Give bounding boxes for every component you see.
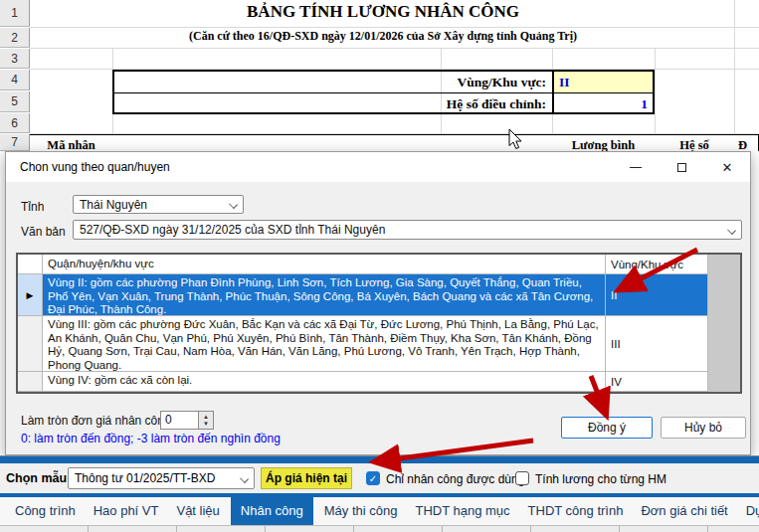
chevron-down-icon: [240, 474, 249, 483]
coef-value-cell[interactable]: 1: [552, 93, 653, 114]
tab-hao-phi-vt[interactable]: Hao phí VT: [87, 497, 166, 525]
province-select[interactable]: Thái Nguyên: [73, 195, 244, 214]
document-select[interactable]: 527/QĐ-SXD ngày 31/12/2025 của SXD tỉnh …: [73, 220, 742, 240]
header-cell-he-so[interactable]: Hệ số: [655, 134, 735, 151]
row-header-3[interactable]: 3: [0, 49, 30, 69]
header-cell-blank[interactable]: [112, 134, 442, 151]
header-cell-ma-nhan[interactable]: Mã nhân: [30, 134, 113, 151]
tab-cong-trinh[interactable]: Công trình: [8, 497, 83, 525]
table-row-vung-3[interactable]: Vùng III: gồm các phường Đức Xuân, Bắc K…: [18, 316, 740, 372]
province-label: Tỉnh: [21, 200, 44, 214]
gridline: [30, 27, 759, 28]
row-header-1[interactable]: 1: [0, 0, 30, 27]
apply-current-price-button[interactable]: Áp giá hiện tại: [261, 467, 352, 489]
row-header-5[interactable]: 5: [0, 91, 30, 112]
chevron-down-icon: [229, 200, 238, 209]
selector-header-cell: [18, 255, 43, 274]
labor-only-checkbox[interactable]: ✓: [366, 471, 380, 485]
close-icon: ✕: [722, 160, 733, 175]
ok-button[interactable]: Đồng ý: [561, 417, 653, 439]
minimize-button[interactable]: —: [613, 152, 659, 182]
row-header-6[interactable]: 6: [0, 113, 30, 133]
district-table: Quận/huyện/khu vực Vùng/Khu vực ▶ Vùng I…: [16, 253, 742, 394]
sheet-tabbar: Công trình Hao phí VT Vật liệu Nhân công…: [0, 497, 759, 525]
template-label: Chọn mẫu: [6, 471, 67, 485]
rounding-value: 0: [165, 413, 172, 427]
district-cell: Vùng II: gồm các phường Phan Đình Phùng,…: [43, 274, 606, 316]
tab-may-thi-cong[interactable]: Máy thi công: [317, 497, 405, 525]
document-label: Văn bản: [21, 225, 66, 239]
minimize-icon: —: [630, 160, 642, 174]
dialog-titlebar[interactable]: Chon vung theo quan/huyen — ✕: [6, 152, 750, 182]
tab-nhan-cong[interactable]: Nhân công: [231, 497, 313, 525]
region-cell: III: [606, 316, 708, 372]
maximize-button[interactable]: [659, 152, 704, 182]
sheet-edge-strip: [0, 525, 759, 532]
region-label-cell: Vùng/Khu vực:: [114, 72, 552, 92]
region-cell: II: [606, 274, 708, 316]
district-cell: Vùng III: gồm các phường Đức Xuân, Bắc K…: [43, 316, 606, 372]
col-region-header[interactable]: Vùng/Khu vực: [606, 255, 708, 274]
district-cell: Vùng IV: gồm các xã còn lại.: [43, 372, 606, 392]
per-item-label: Tính lương cho từng HM: [535, 472, 666, 486]
tab-du-thau[interactable]: Dự thầu: [739, 497, 759, 525]
check-icon: ✓: [369, 473, 377, 484]
gridline: [30, 48, 759, 49]
bottom-toolbar: Chọn mẫu Thông tư 01/2025/TT-BXD Áp giá …: [0, 463, 759, 493]
template-value: Thông tư 01/2025/TT-BXD: [75, 471, 215, 485]
district-table-header: Quận/huyện/khu vực Vùng/Khu vực: [18, 255, 740, 274]
tab-thdt-cong-trinh[interactable]: THDT công trình: [521, 497, 631, 525]
gridline: [655, 48, 656, 133]
document-value: 527/QĐ-SXD ngày 31/12/2025 của SXD tỉnh …: [80, 223, 385, 237]
template-select[interactable]: Thông tư 01/2025/TT-BXD: [68, 467, 255, 489]
rounding-label: Làm tròn đơn giá nhân công: [21, 414, 171, 428]
header-cell-blank2[interactable]: [441, 134, 553, 151]
region-cell: IV: [606, 372, 708, 392]
spinner-down-icon[interactable]: ▼: [203, 421, 209, 428]
chevron-down-icon: [727, 226, 736, 235]
region-value-cell[interactable]: II: [552, 72, 653, 92]
dialog-title: Chon vung theo quan/huyen: [20, 160, 170, 174]
tab-thdt-hang-muc[interactable]: THDT hạng mục: [408, 497, 516, 525]
table-header-row: Mã nhân Lương bình Hệ số Đ: [0, 134, 759, 151]
tab-don-gia-chi-tiet[interactable]: Đơn giá chi tiết: [634, 497, 734, 525]
labor-only-label: Chỉ nhân công được dùng: [386, 472, 524, 486]
col-district-header[interactable]: Quận/huyện/khu vực: [43, 255, 606, 274]
region-settings-box: Vùng/Khu vực: II Hệ số điều chỉnh: 1: [112, 70, 655, 114]
header-cell-luong-binh[interactable]: Lương bình: [552, 134, 656, 151]
table-row-vung-2[interactable]: ▶ Vùng II: gồm các phường Phan Đình Phùn…: [18, 274, 740, 316]
province-value: Thái Nguyên: [80, 198, 147, 212]
per-item-checkbox[interactable]: [515, 471, 529, 485]
window-divider: [0, 455, 759, 463]
close-button[interactable]: ✕: [704, 152, 750, 182]
sheet-title: BẢNG TÍNH LƯƠNG NHÂN CÔNG: [30, 2, 736, 26]
row-header-4[interactable]: 4: [0, 70, 30, 90]
header-cell-don-gia[interactable]: Đ: [734, 134, 759, 151]
coef-label-cell: Hệ số điều chỉnh:: [114, 93, 552, 114]
row-header-2[interactable]: 2: [0, 28, 30, 48]
tab-vat-lieu[interactable]: Vật liệu: [169, 497, 226, 525]
rounding-stepper[interactable]: 0 ▲ ▼: [160, 411, 214, 430]
row-selector-icon: ▶: [27, 290, 34, 300]
table-row-vung-4[interactable]: Vùng IV: gồm các xã còn lại. IV: [18, 372, 740, 392]
cancel-button[interactable]: Hủy bỏ: [661, 417, 746, 439]
region-picker-dialog: Chon vung theo quan/huyen — ✕ Tỉnh Thái …: [5, 151, 751, 455]
rounding-hint: 0: làm tròn đến đồng; -3 làm tròn đến ng…: [21, 432, 281, 445]
spinner-up-icon[interactable]: ▲: [203, 414, 209, 421]
maximize-icon: [677, 163, 686, 172]
sheet-subtitle: (Căn cứ theo 16/QĐ-SXD ngày 12/01/2026 c…: [30, 29, 736, 48]
